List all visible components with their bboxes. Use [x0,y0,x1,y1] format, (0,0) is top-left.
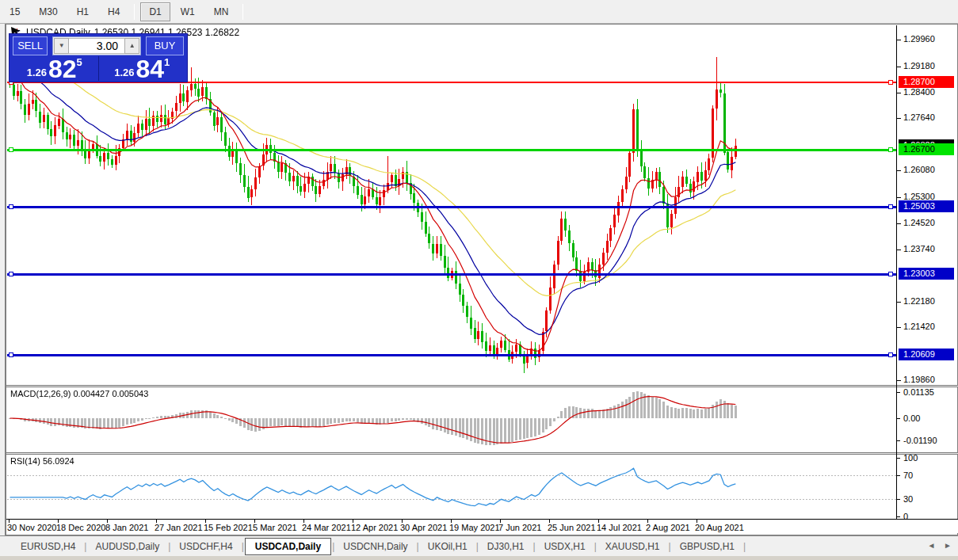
price-axis-line [896,25,897,532]
price-tick-mark [897,67,901,67]
price-tick-mark [897,302,901,303]
chart-window: USDCAD,Daily 1.26530 1.26941 1.26523 1.2… [5,24,958,535]
buy-price[interactable]: 1.26 84 1 [101,56,185,81]
date-label: 12 Apr 2021 [351,523,398,532]
tab-usdcnh[interactable]: USDCNH,Daily [335,539,415,554]
macd-label: MACD(12,26,9) 0.004427 0.005043 [10,389,148,398]
price-tick-label: 1.29960 [903,34,935,44]
macd-axis-label: 0.00 [903,413,920,423]
timeframe-button-m30[interactable]: M30 [30,2,66,21]
macd-axis-tick [897,392,900,393]
tab-eurusd[interactable]: EURUSD,H4 [13,539,83,554]
tab-xauusd[interactable]: XAUUSD,H1 [597,539,668,554]
tab-gbpusd[interactable]: GBPUSD,H1 [672,539,742,554]
macd-axis-tick [897,440,900,441]
date-label: 19 May 2021 [449,523,500,532]
date-label: 30 Apr 2021 [400,523,447,532]
toolbar-separator [134,4,135,20]
sell-price-pip: 5 [77,56,82,68]
date-label: 7 Jun 2021 [498,523,541,532]
tab-usdchf[interactable]: USDCHF,H4 [171,539,240,554]
tab-dj30[interactable]: DJ30,H1 [479,539,532,554]
tab-ukoil[interactable]: UKOil,H1 [420,539,475,554]
date-label: 24 Mar 2021 [302,523,351,532]
price-tick-mark [897,223,901,224]
rsi-axis-tick [897,475,900,476]
price-tick-label: 1.21420 [903,322,935,331]
price-tick-label: 1.28400 [903,87,935,97]
price-tick-mark [897,380,901,381]
toolbar-separator [242,4,243,20]
buy-price-big: 84 [135,58,164,80]
sell-price[interactable]: 1.26 82 5 [13,56,97,81]
level-price-badge: 1.28700 [899,76,954,88]
date-label: 15 Feb 2021 [204,523,253,532]
sell-button[interactable]: SELL [13,36,48,55]
timeframe-button-mn[interactable]: MN [205,2,238,21]
volume-increment-icon[interactable]: ▲ [124,38,139,54]
rsi-chart-canvas[interactable] [7,455,896,519]
rsi-axis-label: 100 [903,453,918,463]
tab-audusd[interactable]: AUDUSD,Daily [87,539,167,554]
timeframe-button-d1[interactable]: D1 [140,2,170,21]
date-label: 27 Jan 2021 [155,523,203,532]
date-label: 20 Aug 2021 [695,523,744,532]
level-price-badge: 1.26700 [899,143,954,155]
volume-decrement-icon[interactable]: ▼ [54,38,69,54]
rsi-axis-tick [897,499,900,500]
date-label: 8 Jan 2021 [105,523,148,532]
date-label: 18 Dec 2020 [56,523,105,532]
buy-price-pip: 1 [164,56,170,68]
price-tick-mark [897,250,901,250]
rsi-axis-label: 30 [903,494,913,504]
tab-usdx[interactable]: USDX,H1 [536,539,594,554]
rsi-axis-tick [897,458,900,459]
tab-scroll-right-icon[interactable]: ► [944,541,955,550]
date-label: 30 Nov 2020 [7,523,56,532]
symbol-tab-bar: EURUSD,H4|AUDUSD,Daily|USDCHF,H4|USDCAD,… [0,535,958,556]
price-tick-label: 1.23740 [903,244,935,253]
level-price-badge: 1.23003 [899,268,954,280]
macd-axis-tick [897,418,900,419]
date-label: 25 Jun 2021 [548,523,596,532]
price-tick-mark [897,170,901,171]
date-label: 5 Mar 2021 [253,523,297,532]
price-tick-mark [897,40,901,40]
tab-usdcad[interactable]: USDCAD,Daily [245,538,331,555]
mt4-application-window: 15M30H1H4D1W1MN USDCAD,Daily 1.26530 1.2… [0,0,958,560]
price-tick-label: 1.27640 [903,112,935,122]
timeframe-button-h1[interactable]: H1 [68,2,97,21]
rsi-label: RSI(14) 56.0924 [10,456,74,466]
sell-price-big: 82 [48,58,77,80]
volume-stepper: ▼ ▲ [52,36,141,55]
sell-price-prefix: 1.26 [27,67,47,78]
buy-price-prefix: 1.26 [114,67,134,78]
price-tick-label: 1.26080 [903,165,935,174]
rsi-axis-tick [897,516,900,517]
price-tick-mark [897,93,901,93]
window-bottom-edge [0,556,958,560]
buy-button[interactable]: BUY [146,36,184,55]
timeframe-button-w1[interactable]: W1 [172,2,204,21]
macd-axis-label: -0.01190 [903,436,937,445]
price-tick-label: 1.29180 [903,61,935,70]
date-label: 2 Aug 2021 [646,523,690,532]
price-tick-mark [897,327,901,328]
level-price-badge: 1.25003 [899,200,954,212]
tab-separator: | [742,541,746,552]
one-click-trade-panel: SELL ▼ ▲ BUY 1.26 82 5 [9,33,188,82]
level-price-badge: 1.20609 [899,349,954,360]
timeframe-button-15[interactable]: 15 [1,2,29,21]
price-tick-mark [897,197,901,198]
price-divider [98,56,99,81]
date-label: 14 Jul 2021 [597,523,642,532]
tab-scroll-arrows[interactable]: ◄ ► [927,541,955,550]
date-axis[interactable]: 30 Nov 202018 Dec 20208 Jan 202127 Jan 2… [6,519,958,533]
tab-scroll-left-icon[interactable]: ◄ [927,541,938,550]
price-tick-label: 1.24520 [903,218,935,227]
price-tick-mark [897,118,901,119]
timeframe-button-h4[interactable]: H4 [99,2,128,21]
timeframe-toolbar: 15M30H1H4D1W1MN [0,0,958,24]
rsi-axis-label: 70 [903,470,913,480]
volume-input[interactable] [69,38,124,54]
